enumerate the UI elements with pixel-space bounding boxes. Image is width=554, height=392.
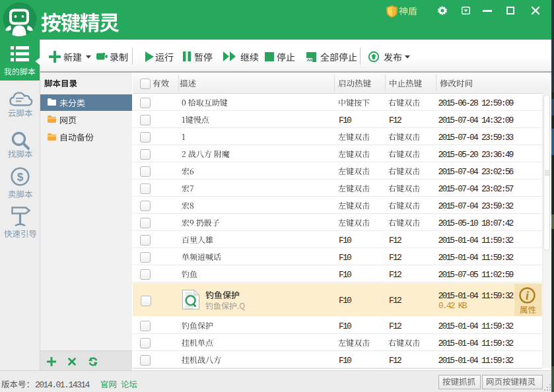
svg-text:i: i — [526, 289, 529, 302]
svg-text:$: $ — [17, 171, 24, 183]
